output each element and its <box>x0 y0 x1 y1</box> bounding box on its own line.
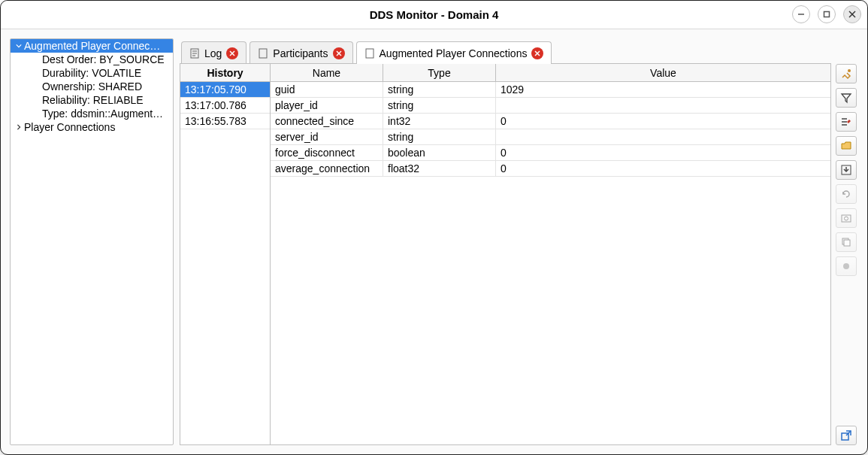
cell-name: average_connection <box>271 161 383 176</box>
main-area: Log Participants Augmented Player Connec… <box>180 38 858 445</box>
history-header-label: History <box>180 64 270 81</box>
detail-row[interactable]: average_connectionfloat320 <box>271 161 830 177</box>
svg-point-16 <box>848 69 851 72</box>
document-icon <box>189 48 200 59</box>
cell-name: server_id <box>271 129 383 144</box>
tree-item-ownership[interactable]: Ownership: SHARED <box>11 80 173 93</box>
minimize-button[interactable] <box>792 5 810 23</box>
svg-rect-10 <box>259 49 267 58</box>
svg-point-23 <box>845 217 848 220</box>
detail-column: Name Type Value guidstring1029player_ids… <box>271 64 830 444</box>
title-bar: DDS Monitor - Domain 4 <box>1 1 867 29</box>
history-row[interactable]: 13:16:55.783 <box>180 114 270 129</box>
cell-name: force_disconnect <box>271 145 383 160</box>
history-row[interactable]: 13:17:05.790 <box>180 82 270 98</box>
filter-button[interactable] <box>836 88 857 108</box>
right-toolbar <box>836 38 858 445</box>
popout-button[interactable] <box>836 426 857 445</box>
cell-value: 0 <box>496 145 830 160</box>
copy-button <box>836 232 857 252</box>
history-list[interactable]: 13:17:05.79013:17:00.78613:16:55.783 <box>180 82 270 444</box>
tree-item-reliability[interactable]: Reliability: RELIABLE <box>11 93 173 107</box>
maximize-button[interactable] <box>818 5 836 23</box>
chevron-down-icon[interactable] <box>14 43 24 49</box>
window-title: DDS Monitor - Domain 4 <box>370 8 499 21</box>
sidebar-tree[interactable]: Augmented Player Connec… Dest Order: BY_… <box>10 38 174 445</box>
app-window: DDS Monitor - Domain 4 Augmented Player … <box>0 0 868 455</box>
detail-row[interactable]: server_idstring <box>271 129 830 145</box>
svg-rect-13 <box>366 49 374 58</box>
tree-item-dest-order[interactable]: Dest Order: BY_SOURCE <box>11 53 173 66</box>
detail-row[interactable]: connected_sinceint320 <box>271 114 830 129</box>
cell-value: 0 <box>496 114 830 129</box>
folder-open-button[interactable] <box>836 136 857 156</box>
tree-item-type[interactable]: Type: ddsmin::Augment… <box>11 107 173 120</box>
tab-participants[interactable]: Participants <box>250 41 352 64</box>
tab-close-icon[interactable] <box>333 47 345 59</box>
history-row[interactable]: 13:17:00.786 <box>180 98 270 114</box>
detail-row[interactable]: force_disconnectboolean0 <box>271 145 830 161</box>
history-column: History 13:17:05.79013:17:00.78613:16:55… <box>180 64 271 444</box>
snapshot-button <box>836 208 857 228</box>
chevron-right-icon[interactable] <box>14 124 24 130</box>
list-edit-button[interactable] <box>836 112 857 132</box>
tab-close-icon[interactable] <box>226 47 238 59</box>
document-icon <box>258 48 268 59</box>
close-button[interactable] <box>843 5 861 23</box>
tab-panel: History 13:17:05.79013:17:00.78613:16:55… <box>180 63 831 445</box>
cell-type: int32 <box>383 114 496 129</box>
detail-header: Name Type Value <box>271 64 830 82</box>
history-header: History <box>180 64 270 82</box>
cell-name: connected_since <box>271 114 383 129</box>
brush-button[interactable] <box>836 64 857 83</box>
tab-bar: Log Participants Augmented Player Connec… <box>180 38 831 64</box>
svg-marker-17 <box>842 94 851 102</box>
svg-rect-22 <box>842 215 851 222</box>
refresh-button <box>836 184 857 204</box>
export-button[interactable] <box>836 160 857 180</box>
cell-type: string <box>383 98 496 113</box>
tree-item-augmented-player-connections[interactable]: Augmented Player Connec… <box>11 39 173 53</box>
client-area: Augmented Player Connec… Dest Order: BY_… <box>1 29 867 454</box>
cell-value <box>496 98 830 113</box>
cell-value <box>496 129 830 144</box>
tab-augmented-player-connections[interactable]: Augmented Player Connections <box>356 41 552 64</box>
cell-type: boolean <box>383 145 496 160</box>
cell-name: guid <box>271 82 383 97</box>
content-panel: Log Participants Augmented Player Connec… <box>180 38 831 445</box>
cell-type: string <box>383 82 496 97</box>
svg-rect-1 <box>824 12 830 17</box>
svg-point-26 <box>843 263 849 269</box>
cell-type: string <box>383 129 496 144</box>
col-header-name[interactable]: Name <box>271 64 383 81</box>
tab-log[interactable]: Log <box>181 41 246 64</box>
window-controls <box>792 5 861 23</box>
record-button <box>836 256 857 276</box>
detail-row[interactable]: player_idstring <box>271 98 830 114</box>
col-header-value[interactable]: Value <box>496 64 830 81</box>
cell-name: player_id <box>271 98 383 113</box>
tree-item-label: Player Connections <box>24 121 115 133</box>
col-header-type[interactable]: Type <box>383 64 496 81</box>
cell-value: 0 <box>496 161 830 176</box>
tree-item-player-connections[interactable]: Player Connections <box>11 120 173 134</box>
detail-grid[interactable]: guidstring1029player_idstringconnected_s… <box>271 82 830 444</box>
tree-item-label: Augmented Player Connec… <box>24 40 160 52</box>
detail-row[interactable]: guidstring1029 <box>271 82 830 98</box>
cell-type: float32 <box>383 161 496 176</box>
document-icon <box>364 48 375 59</box>
tree-item-durability[interactable]: Durability: VOLATILE <box>11 66 173 80</box>
svg-rect-25 <box>844 240 850 246</box>
tab-close-icon[interactable] <box>531 47 543 59</box>
cell-value: 1029 <box>496 82 830 97</box>
